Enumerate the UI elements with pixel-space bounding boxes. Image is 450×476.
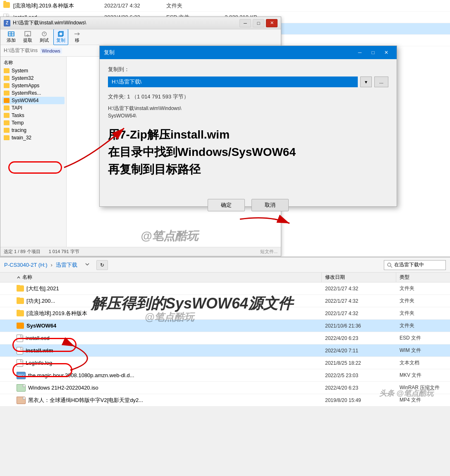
sidebar-systemres[interactable]: SystemRes... [2, 89, 65, 97]
folder-icon-syswow64 [17, 323, 24, 329]
breadcrumb-folder[interactable]: 迅雷下载 [56, 261, 77, 269]
dialog-minimize-btn[interactable]: ─ [354, 47, 366, 58]
col-header-date[interactable]: 修改日期 [322, 273, 396, 282]
dialog-dropdown-btn[interactable]: ▼ [360, 77, 372, 87]
test-icon [40, 31, 48, 37]
file-icon-esd [17, 335, 23, 342]
dialog-source-path: H:\迅雷下载\install.wim\Windows\SysWOW64\ [108, 105, 388, 120]
dialog-file-info: 文件夹: 1 （1 014 791 593 字节） [108, 93, 388, 100]
dialog-destination-input[interactable] [108, 77, 358, 87]
bfr-magichour[interactable]: MKV the.magic.hour.2008.1080p.amzn.web-d… [0, 369, 450, 382]
bg-row-0: [流浪地球].2019.各种版本 2022/1/27 4:32 文件夹 [0, 0, 450, 12]
extract-icon [24, 31, 32, 37]
breadcrumb-drive[interactable]: P-CS3040-2T (H:) [4, 262, 48, 268]
svg-line-12 [390, 266, 392, 268]
dialog-buttons: 确定 取消 [108, 199, 388, 211]
sidebar-temp[interactable]: Temp [2, 119, 65, 127]
bfr-liulangdiqiu[interactable]: [流浪地球].2019.各种版本 2022/1/27 4:32 文件夹 [0, 307, 450, 320]
sidebar-tracing[interactable]: tracing [2, 127, 65, 134]
explorer-title: H:\迅雷下载\install.wim\Windows\ [13, 19, 239, 26]
explorer-statusbar: 选定 1 / 89 个项目 1 014 791 字节 短文件... [0, 247, 281, 256]
bottom-explorer: P-CS3040-2T (H:) › 迅雷下载 ↻ 在迅雷下载中 名称 修改日期… [0, 256, 450, 407]
dialog-maximize-btn[interactable]: □ [367, 47, 379, 58]
top-section: [流浪地球].2019.各种版本 2022/1/27 4:32 文件夹 inst… [0, 0, 450, 256]
dialog-close-btn[interactable]: ✕ [380, 47, 393, 58]
copy-dialog: 复制 ─ □ ✕ 复制到： ▼ ... 文件夹: 1 （1 014 791 59… [99, 45, 397, 207]
sidebar-system[interactable]: System [2, 67, 65, 74]
dropdown-icon [84, 261, 91, 268]
toolbar-copy-btn[interactable]: 复制 [53, 29, 68, 45]
bfr-syswow64[interactable]: SysWOW64 2021/10/6 21:36 文件夹 [0, 320, 450, 332]
bfr-installwim[interactable]: install.wim 2022/4/20 7:11 WIM 文件 [0, 344, 450, 357]
explorer-app-icon: Z [4, 20, 10, 26]
file-icon-wim [17, 347, 23, 354]
dialog-input-row: ▼ ... [108, 77, 388, 87]
sidebar-tapi[interactable]: TAPI [2, 104, 65, 112]
dialog-confirm-btn[interactable]: 确定 [208, 199, 245, 211]
explorer-close-btn[interactable]: ✕ [266, 19, 278, 27]
bottom-nav-bar: P-CS3040-2T (H:) › 迅雷下载 ↻ 在迅雷下载中 [0, 258, 450, 273]
add-icon [7, 31, 15, 37]
search-box[interactable]: 在迅雷下载中 [384, 260, 446, 270]
sidebar-twain32[interactable]: twain_32 [2, 134, 65, 141]
annotation-text: 用7-Zip解压install.wim 在目录中找到Windows/SysWOW… [108, 126, 388, 178]
explorer-titlebar: Z H:\迅雷下载\install.wim\Windows\ ─ □ ✕ [0, 17, 281, 29]
bfr-loginfo[interactable]: LogInfo.log 2021/8/25 18:22 文本文档 [0, 357, 450, 369]
folder-icon-gongfu [17, 298, 24, 304]
sidebar-system32[interactable]: System32 [2, 74, 65, 82]
explorer-minimize-btn[interactable]: ─ [239, 19, 251, 27]
search-icon [387, 262, 393, 268]
folder-icon-dahongbao [17, 285, 24, 292]
bfr-windows-iso[interactable]: Windows 21H2-20220420.iso 2022/4/20 6:23… [0, 382, 450, 394]
sidebar-syswow64[interactable]: SysWOW64 [2, 97, 65, 104]
bfr-dahongbao[interactable]: [大红包].2021 2022/1/27 4:32 文件夹 [0, 282, 450, 295]
refresh-btn[interactable]: ↻ [96, 260, 108, 270]
file-icon-mp4 [17, 397, 26, 404]
bfr-blackman[interactable]: 黑衣人：全球通缉HD韩版中字V2[电影天堂dy2... 2019/8/20 15… [0, 394, 450, 407]
folder-icon-liulangdiqiu [17, 310, 24, 316]
toolbar-extract-btn[interactable]: 提取 [20, 29, 35, 45]
explorer-win-controls: ─ □ ✕ [239, 19, 278, 27]
file-icon-rar [17, 384, 26, 392]
file-icon-mkv: MKV [17, 372, 26, 379]
file-icon-log [17, 359, 23, 367]
dialog-title: 复制 [104, 49, 354, 56]
toolbar-add-btn[interactable]: 添加 [4, 29, 19, 45]
bfr-installesd[interactable]: install.esd 2022/4/20 6:23 ESD 文件 [0, 332, 450, 344]
bfr-gongfu[interactable]: [功夫].200... 2022/1/27 4:32 文件夹 [0, 295, 450, 307]
dialog-win-controls: ─ □ ✕ [354, 47, 393, 58]
toolbar-test-btn[interactable]: 则试 [37, 29, 52, 45]
dialog-browse-btn[interactable]: ... [374, 77, 388, 87]
sidebar-systemapps[interactable]: SystemApps [2, 82, 65, 89]
explorer-maximize-btn[interactable]: □ [253, 19, 264, 27]
sidebar-tasks[interactable]: Tasks [2, 112, 65, 119]
dialog-body: 复制到： ▼ ... 文件夹: 1 （1 014 791 593 字节） H:\… [100, 59, 397, 218]
bottom-file-rows: [大红包].2021 2022/1/27 4:32 文件夹 [功夫].200..… [0, 282, 450, 407]
explorer-sidebar: 名称 System System32 SystemApps SystemRes.… [0, 57, 67, 256]
bottom-section: P-CS3040-2T (H:) › 迅雷下载 ↻ 在迅雷下载中 名称 修改日期… [0, 256, 450, 407]
move-icon [73, 31, 81, 37]
dialog-copy-to-label: 复制到： [108, 66, 388, 73]
sort-icon [17, 275, 21, 280]
col-header-type[interactable]: 类型 [396, 273, 450, 282]
dialog-cancel-btn[interactable]: 取消 [251, 199, 289, 211]
toolbar-move-btn[interactable]: 移 [70, 29, 84, 45]
dialog-titlebar: 复制 ─ □ ✕ [100, 46, 397, 59]
copy-icon [57, 31, 65, 37]
bottom-files-header: 名称 修改日期 类型 [0, 273, 450, 282]
svg-point-11 [388, 263, 391, 266]
explorer-toolbar: 添加 提取 则试 复制 移 [0, 29, 281, 45]
col-header-name[interactable]: 名称 [0, 273, 322, 282]
